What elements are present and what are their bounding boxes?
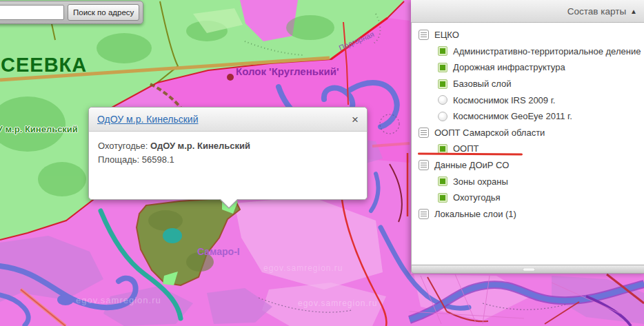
layer-item-protection-zones[interactable]: Зоны охраны [419, 173, 644, 190]
panel-title: Состав карты [567, 6, 626, 17]
layer-item-base-layer[interactable]: Базовый слой [419, 76, 644, 92]
layer-tree: ЕЦКО Административно-территориальное дел… [411, 23, 644, 265]
layer-item-hunting-grounds[interactable]: Охотугодья [419, 190, 644, 206]
checkbox-checked-icon[interactable] [438, 176, 447, 186]
feature-info-popup: ОдОУ м.р. Кинельский × Охотугодье: ОдОУ … [88, 107, 368, 200]
popup-field-value: 56598.1 [142, 154, 174, 165]
layer-group-ecko[interactable]: ЕЦКО [419, 27, 644, 43]
close-icon[interactable]: × [352, 114, 359, 125]
search-button[interactable]: Поиск по адресу [68, 4, 139, 21]
checkbox-checked-icon[interactable] [438, 46, 447, 56]
address-search-bar: Поиск по адресу [0, 1, 143, 24]
group-list-icon[interactable] [419, 30, 429, 40]
group-list-icon[interactable] [419, 160, 429, 170]
popup-title-link[interactable]: ОдОУ м.р. Кинельский [97, 114, 198, 125]
search-input[interactable] [0, 5, 64, 20]
grip-icon [523, 268, 535, 271]
popup-field-value: ОдОУ м.р. Кинельский [150, 141, 250, 151]
collapse-arrow-icon: ▲ [630, 8, 637, 15]
layer-item-road-infrastructure[interactable]: Дорожная инфраструктура [419, 59, 644, 76]
layer-group-oopt-region[interactable]: ООПТ Самарской области [419, 125, 644, 141]
panel-header-toggle[interactable]: Состав карты ▲ [411, 0, 644, 23]
checkbox-checked-icon[interactable] [438, 193, 447, 203]
radio-unchecked-icon[interactable] [438, 95, 447, 105]
layer-item-admin-division[interactable]: Административно-территориальное деление [419, 43, 644, 60]
layer-group-doir-data[interactable]: Данные ДОиР СО [419, 157, 644, 174]
popup-body: Охотугодье: ОдОУ м.р. Кинельский Площадь… [89, 132, 367, 174]
checkbox-checked-icon[interactable] [438, 63, 447, 72]
popup-field-label: Охотугодье: [98, 141, 148, 151]
popup-field-label: Площадь: [98, 154, 139, 165]
popup-header: ОдОУ м.р. Кинельский × [89, 108, 367, 132]
layer-group-local-layers[interactable]: Локальные слои (1) [419, 206, 644, 223]
panel-resize-handle[interactable] [411, 265, 644, 274]
checkbox-checked-icon[interactable] [438, 79, 447, 89]
group-list-icon[interactable] [419, 209, 429, 219]
radio-unchecked-icon[interactable] [438, 112, 447, 121]
layer-item-geoeye-2011[interactable]: Космоснимок GeoEye 2011 г. [419, 108, 644, 125]
group-list-icon[interactable] [419, 128, 429, 138]
layer-item-irs-2009[interactable]: Космоснимок IRS 2009 г. [419, 92, 644, 108]
layers-panel: Состав карты ▲ ЕЦКО Административно-терр… [411, 0, 644, 274]
